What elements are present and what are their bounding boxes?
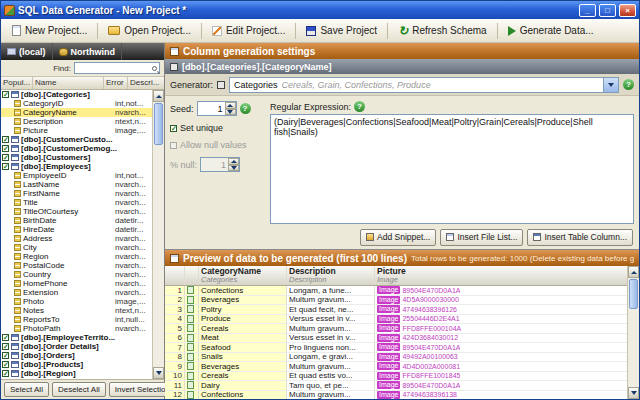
column-row-birthdate[interactable]: BirthDatedatetir... — [1, 216, 152, 225]
column-row-lastname[interactable]: LastNamenvarch... — [1, 180, 152, 189]
column-row-description[interactable]: Descriptionntext,n... — [1, 117, 152, 126]
titlebar[interactable]: SQL Data Generator - New Project * _ □ × — [1, 1, 639, 19]
table-row-dbo-region[interactable]: ✓[dbo].[Region] — [1, 369, 152, 378]
regex-help-icon[interactable]: ? — [354, 101, 365, 112]
seed-help-icon[interactable]: ? — [240, 103, 251, 114]
table-row-dbo-products[interactable]: ✓[dbo].[Products] — [1, 360, 152, 369]
populate-checkbox[interactable]: ✓ — [2, 334, 9, 341]
preview-row-10[interactable]: 10CerealsEt quad estis vo...ImageFFD8FFE… — [165, 372, 627, 382]
populate-checkbox[interactable]: ✓ — [2, 136, 9, 143]
toolbar-button-generate-data[interactable]: Generate Data... — [501, 22, 601, 39]
column-row-region[interactable]: Regionnvarch... — [1, 252, 152, 261]
column-row-extension[interactable]: Extensionnvarch... — [1, 288, 152, 297]
column-row-titleofcourtesy[interactable]: TitleOfCourtesynvarch... — [1, 207, 152, 216]
column-row-hiredate[interactable]: HireDatedatetir... — [1, 225, 152, 234]
close-button[interactable]: × — [619, 4, 636, 17]
toolbar-button-refresh-schema[interactable]: ↻Refresh Schema — [391, 22, 494, 39]
preview-row-9[interactable]: 9BeveragesMultum gravum...Image4D4D002A0… — [165, 362, 627, 372]
database-selector[interactable]: Northwind — [53, 43, 123, 60]
generator-select[interactable]: Categories Cereals, Grain, Confections, … — [229, 77, 619, 93]
table-row-dbo-employeeterrito[interactable]: ✓[dbo].[EmployeeTerrito... — [1, 333, 152, 342]
preview-row-2[interactable]: 2BeveragesMultum gravum...Image4D5A90000… — [165, 296, 627, 306]
populate-checkbox[interactable]: ✓ — [2, 370, 9, 377]
populate-checkbox[interactable]: ✓ — [2, 352, 9, 359]
preview-row-8[interactable]: 8SnailsLongam, e gravi...Image49492A0010… — [165, 353, 627, 363]
regex-input[interactable]: (Dairy|Beverages|Confections|Seafood|Mea… — [270, 114, 634, 224]
insert-table-column-button[interactable]: Insert Table Column... — [527, 229, 633, 246]
minimize-button[interactable]: _ — [579, 4, 596, 17]
column-row-employeeid[interactable]: EmployeeIDint,not... — [1, 171, 152, 180]
table-row-dbo-customerdemog[interactable]: ✓[dbo].[CustomerDemog... — [1, 144, 152, 153]
preview-column-header-categoryname[interactable]: CategoryNameCategories — [199, 266, 287, 285]
populate-checkbox[interactable]: ✓ — [2, 91, 9, 98]
column-row-categoryid[interactable]: CategoryIDint,not... — [1, 99, 152, 108]
generator-help-icon[interactable]: ? — [623, 79, 634, 90]
populate-checkbox[interactable]: ✓ — [2, 145, 9, 152]
toolbar-button-save-project[interactable]: Save Project — [299, 22, 384, 39]
column-row-city[interactable]: Citynvarch... — [1, 243, 152, 252]
populate-checkbox[interactable]: ✓ — [2, 361, 9, 368]
insert-file-list-button[interactable]: Insert File List... — [440, 229, 523, 246]
toolbar-button-open-project[interactable]: Open Project... — [101, 22, 198, 39]
column-row-homephone[interactable]: HomePhonenvarch... — [1, 279, 152, 288]
preview-row-5[interactable]: 5CerealsMultum gravum...ImageFFD8FFE0001… — [165, 324, 627, 334]
preview-row-12[interactable]: 12ConfectionsMultum gravum...Image474946… — [165, 391, 627, 400]
column-header-populate[interactable]: Popul... — [1, 77, 33, 89]
preview-row-4[interactable]: 4ProduceVersus esset in v...Image2550444… — [165, 315, 627, 325]
find-input[interactable] — [74, 62, 160, 74]
scroll-up-arrow-icon[interactable] — [153, 90, 164, 102]
seed-spinner[interactable]: 1 — [197, 101, 237, 116]
preview-column-header-description[interactable]: DescriptionDescription — [287, 266, 375, 285]
set-unique-checkbox[interactable]: ✓ — [170, 125, 177, 132]
column-row-categoryname[interactable]: CategoryNamenvarch... — [1, 108, 152, 117]
add-snippet-button[interactable]: Add Snippet... — [360, 229, 436, 246]
server-selector[interactable]: (local) — [1, 43, 53, 60]
preview-row-6[interactable]: 6MeatVersus esset in v...Image424D368403… — [165, 334, 627, 344]
preview-row-1[interactable]: 1ConfectionsLongam, a fune...Image89504E… — [165, 286, 627, 296]
deselect-all-button[interactable]: Deselect All — [52, 382, 106, 397]
spinner-down-icon[interactable] — [228, 165, 239, 172]
scroll-thumb[interactable] — [154, 103, 163, 145]
preview-row-3[interactable]: 3PoltryEt quad fecit, ne...Image47494638… — [165, 305, 627, 315]
column-row-photo[interactable]: Photoimage,... — [1, 297, 152, 306]
column-row-title[interactable]: Titlenvarch... — [1, 198, 152, 207]
preview-row-7[interactable]: 7SeafoodPro linguens non...Image89504E47… — [165, 343, 627, 353]
null-percent-spinner[interactable]: 1 — [200, 157, 240, 172]
column-row-reportsto[interactable]: ReportsToint,null... — [1, 315, 152, 324]
column-row-notes[interactable]: Notesntext,n... — [1, 306, 152, 315]
allow-null-checkbox[interactable] — [170, 142, 177, 149]
column-row-address[interactable]: Addressnvarch... — [1, 234, 152, 243]
tree-scrollbar[interactable] — [152, 90, 164, 379]
table-row-dbo-order-details[interactable]: ✓[dbo].[Order Details] — [1, 342, 152, 351]
table-row-dbo-categories[interactable]: ✓[dbo].[Categories] — [1, 90, 152, 99]
select-all-button[interactable]: Select All — [4, 382, 49, 397]
preview-column-header-picture[interactable]: PictureImage — [375, 266, 627, 285]
column-row-firstname[interactable]: FirstNamenvarch... — [1, 189, 152, 198]
column-header-error[interactable]: Error — [104, 77, 128, 89]
preview-row-11[interactable]: 11DairyTam quo, et pe...Image89504E470D0… — [165, 381, 627, 391]
column-header-description[interactable]: Descri... — [128, 77, 164, 89]
scroll-down-arrow-icon[interactable] — [628, 387, 639, 399]
table-row-dbo-orders[interactable]: ✓[dbo].[Orders] — [1, 351, 152, 360]
column-row-country[interactable]: Countrynvarch... — [1, 270, 152, 279]
dropdown-arrow-icon[interactable] — [603, 78, 618, 92]
scroll-thumb[interactable] — [629, 279, 638, 309]
spinner-down-icon[interactable] — [225, 109, 236, 116]
populate-checkbox[interactable]: ✓ — [2, 343, 9, 350]
column-row-picture[interactable]: Pictureimage,... — [1, 126, 152, 135]
table-row-dbo-customercusto[interactable]: ✓[dbo].[CustomerCusto... — [1, 135, 152, 144]
column-row-photopath[interactable]: PhotoPathnvarch... — [1, 324, 152, 333]
scroll-track[interactable] — [153, 102, 164, 367]
scroll-down-arrow-icon[interactable] — [153, 367, 164, 379]
table-row-dbo-employees[interactable]: ✓[dbo].[Employees] — [1, 162, 152, 171]
toolbar-button-edit-project[interactable]: Edit Project... — [205, 22, 292, 39]
table-row-dbo-customers[interactable]: ✓[dbo].[Customers] — [1, 153, 152, 162]
populate-checkbox[interactable]: ✓ — [2, 154, 9, 161]
column-row-postalcode[interactable]: PostalCodenvarch... — [1, 261, 152, 270]
scroll-up-arrow-icon[interactable] — [628, 266, 639, 278]
column-header-name[interactable]: Name — [33, 77, 104, 89]
maximize-button[interactable]: □ — [599, 4, 616, 17]
toolbar-button-new-project[interactable]: New Project... — [5, 22, 94, 39]
populate-checkbox[interactable]: ✓ — [2, 163, 9, 170]
scroll-track[interactable] — [628, 278, 639, 387]
